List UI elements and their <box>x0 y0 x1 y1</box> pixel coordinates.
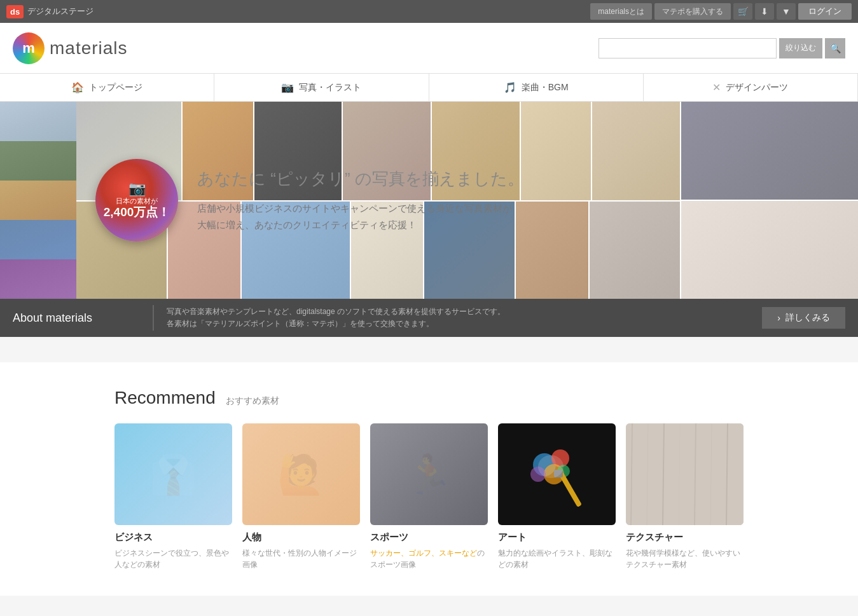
recommend-card-business[interactable]: 👔 ビジネス ビジネスシーンで役立つ、景色や人などの素材 <box>114 423 232 570</box>
logo-text: materials <box>50 38 128 58</box>
cart-button[interactable]: 🛒 <box>733 3 752 20</box>
about-materials-title: About materials <box>13 311 140 325</box>
sports-desc-link[interactable]: サッカー、ゴルフ、スキーなど <box>370 549 477 558</box>
cart-icon: 🛒 <box>738 6 749 17</box>
people-title: 人物 <box>242 531 360 544</box>
nav-item-top[interactable]: 🏠 トップページ <box>0 74 214 101</box>
recommend-card-sports[interactable]: 🏃 スポーツ サッカー、ゴルフ、スキーなどのスポーツ画像 <box>370 423 488 570</box>
login-button[interactable]: ログイン <box>798 3 852 20</box>
main-nav: 🏠 トップページ 📷 写真・イラスト 🎵 楽曲・BGM ✕ デザインパーツ <box>0 74 858 102</box>
sports-desc: サッカー、ゴルフ、スキーなどのスポーツ画像 <box>370 547 488 570</box>
svg-point-8 <box>538 455 564 478</box>
recommend-grid: 👔 ビジネス ビジネスシーンで役立つ、景色や人などの素材 🙋 人物 様々な世代・… <box>114 423 744 570</box>
texture-desc: 花や幾何学模様など、使いやすいテクスチャー素材 <box>626 547 744 570</box>
texture-title: テクスチャー <box>626 531 744 544</box>
about-divider <box>153 305 154 331</box>
recommend-header: Recommend おすすめ素材 <box>114 388 744 408</box>
search-button[interactable]: 🔍 <box>825 38 845 58</box>
music-icon: 🎵 <box>504 81 516 93</box>
texture-image <box>626 423 744 525</box>
people-desc: 様々な世代・性別の人物イメージ画像 <box>242 547 360 570</box>
recommend-card-texture[interactable]: テクスチャー 花や幾何学模様など、使いやすいテクスチャー素材 <box>626 423 744 570</box>
brand-name: デジタルステージ <box>27 6 93 17</box>
camera-icon: 📷 <box>281 81 294 93</box>
about-more-button[interactable]: › 詳しくみる <box>762 307 845 329</box>
close-icon: ✕ <box>712 81 721 93</box>
top-bar-brand: ds デジタルステージ <box>6 5 93 18</box>
people-image: 🙋 <box>242 423 360 525</box>
nav-label-music: 楽曲・BGM <box>522 82 569 93</box>
nav-label-photo: 写真・イラスト <box>299 82 361 93</box>
about-desc-line1: 写真や音楽素材やテンプレートなど、digitalstage のソフトで使える素材… <box>167 307 505 316</box>
nav-label-top: トップページ <box>89 82 142 93</box>
art-title: アート <box>498 531 616 544</box>
hero-banner: 📷 日本の素材が 2,400万点！ あなたに “ピッタリ” の写真を揃えました。… <box>0 102 858 299</box>
recommend-section: Recommend おすすめ素材 👔 ビジネス ビジネスシーンで役立つ、景色や人… <box>0 362 858 596</box>
download-icon: ⬇ <box>761 6 768 17</box>
recommend-subtitle: おすすめ素材 <box>226 395 279 407</box>
buy-matepo-button[interactable]: マテポを購入する <box>654 3 731 20</box>
svg-rect-9 <box>626 423 744 525</box>
chevron-down-icon: ▼ <box>782 6 791 17</box>
logo-icon[interactable]: m <box>13 32 45 64</box>
recommend-title: Recommend <box>114 388 216 408</box>
filter-button[interactable]: 絞り込む <box>779 38 822 58</box>
business-title: ビジネス <box>114 531 232 544</box>
art-image <box>498 423 616 525</box>
search-icon: 🔍 <box>830 43 841 53</box>
business-image: 👔 <box>114 423 232 525</box>
about-bar: About materials 写真や音楽素材やテンプレートなど、digital… <box>0 299 858 337</box>
nav-item-design[interactable]: ✕ デザインパーツ <box>644 74 858 101</box>
sports-title: スポーツ <box>370 531 488 544</box>
nav-item-music[interactable]: 🎵 楽曲・BGM <box>429 74 644 101</box>
nav-item-photo[interactable]: 📷 写真・イラスト <box>214 74 429 101</box>
download-button[interactable]: ⬇ <box>755 3 774 20</box>
sports-image: 🏃 <box>370 423 488 525</box>
nav-label-design: デザインパーツ <box>726 82 788 93</box>
about-more-label: 詳しくみる <box>785 312 830 324</box>
recommend-card-art[interactable]: アート 魅力的な絵画やイラスト、彫刻などの素材 <box>498 423 616 570</box>
about-desc-line2: 各素材は「マテリアルズポイント（通称：マテポ）」を使って交換できます。 <box>167 319 434 328</box>
chevron-right-icon: › <box>777 313 780 323</box>
search-input[interactable] <box>599 38 777 58</box>
recommend-card-people[interactable]: 🙋 人物 様々な世代・性別の人物イメージ画像 <box>242 423 360 570</box>
materials-about-button[interactable]: materialsとは <box>590 3 652 20</box>
search-area: 絞り込む 🔍 <box>599 38 845 58</box>
logo-letter: m <box>22 40 35 57</box>
header: m materials 絞り込む 🔍 <box>0 23 858 74</box>
art-desc: 魅力的な絵画やイラスト、彫刻などの素材 <box>498 547 616 570</box>
logo-area: m materials <box>13 32 599 64</box>
business-desc: ビジネスシーンで役立つ、景色や人などの素材 <box>114 547 232 570</box>
ds-logo: ds <box>6 5 24 18</box>
top-bar: ds デジタルステージ materialsとは マテポを購入する 🛒 ⬇ ▼ ロ… <box>0 0 858 23</box>
home-icon: 🏠 <box>71 81 84 93</box>
chevron-down-button[interactable]: ▼ <box>777 3 796 20</box>
about-description: 写真や音楽素材やテンプレートなど、digitalstage のソフトで使える素材… <box>167 306 749 330</box>
